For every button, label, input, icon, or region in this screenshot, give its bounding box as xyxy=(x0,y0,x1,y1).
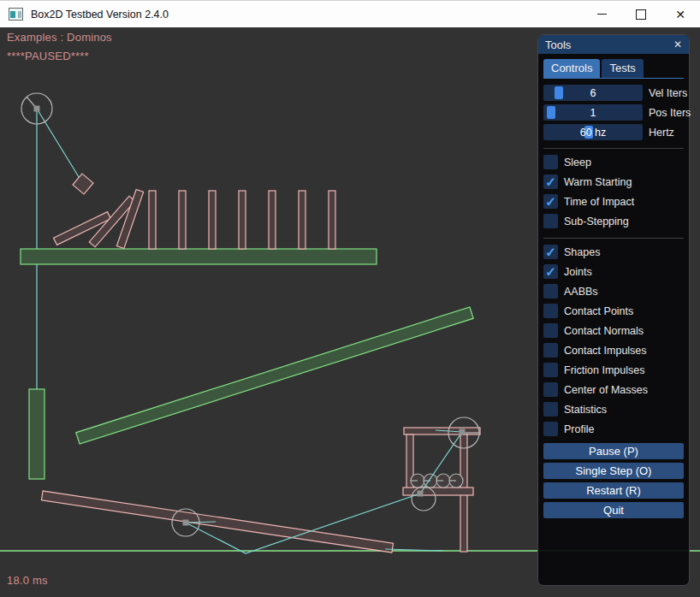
panel-close-icon[interactable]: ✕ xyxy=(673,39,682,50)
checkbox-row-center-of-masses: Center of Masses xyxy=(543,382,684,397)
slider-section: 6Vel Iters1Pos Iters60 hzHertz xyxy=(543,85,684,144)
pause-p-button[interactable]: Pause (P) xyxy=(543,443,684,459)
simulation-area: Examples : Dominos ****PAUSED**** 18.0 m… xyxy=(0,27,700,597)
restart-r-button[interactable]: Restart (R) xyxy=(543,482,684,499)
checkbox-label-statistics: Statistics xyxy=(564,404,607,416)
window-title: Box2D Testbed Version 2.4.0 xyxy=(31,9,169,21)
hertz-slider[interactable]: 60 hz xyxy=(543,124,643,140)
scene-anchor-top xyxy=(460,429,466,435)
checkbox-shapes[interactable]: ✓ xyxy=(543,245,558,259)
maximize-button[interactable] xyxy=(621,1,661,27)
check-icon: ✓ xyxy=(545,175,556,188)
scene-domino-3 xyxy=(209,191,216,249)
scene-anchor-pendulum xyxy=(34,106,40,112)
single-step-o-button[interactable]: Single Step (O) xyxy=(543,463,684,479)
example-label: Examples : Dominos xyxy=(7,31,112,44)
checkbox-row-sleep: Sleep xyxy=(543,155,684,169)
check-icon: ✓ xyxy=(545,265,556,278)
minimize-icon xyxy=(597,14,607,15)
tools-panel-title: Tools xyxy=(545,38,571,51)
checkbox-friction-impulses[interactable] xyxy=(543,363,558,377)
checkbox-row-warm-starting: ✓Warm Starting xyxy=(543,174,684,189)
scene-domino-7 xyxy=(329,191,335,249)
checkbox-contact-impulses[interactable] xyxy=(543,343,558,358)
tab-tests[interactable]: Tests xyxy=(602,59,643,78)
checkbox-label-time-of-impact: Time of Impact xyxy=(564,196,634,208)
hertz-label: Hertz xyxy=(649,127,674,139)
checkbox-label-warm-starting: Warm Starting xyxy=(564,176,632,188)
checkbox-row-shapes: ✓Shapes xyxy=(543,245,684,259)
checkbox-row-statistics: Statistics xyxy=(543,402,684,417)
pos-iters-label: Pos Iters xyxy=(649,107,691,119)
checkbox-warm-starting[interactable]: ✓ xyxy=(543,174,558,189)
checkbox-time-of-impact[interactable]: ✓ xyxy=(543,194,558,209)
vel-iters-label: Vel Iters xyxy=(649,87,687,99)
scene-platform xyxy=(21,249,377,264)
checkbox-row-contact-normals: Contact Normals xyxy=(543,323,684,338)
checkbox-label-friction-impulses: Friction Impulses xyxy=(564,364,644,376)
checkbox-label-sleep: Sleep xyxy=(564,157,591,168)
checkbox-center-of-masses[interactable] xyxy=(543,382,558,397)
checkbox-row-joints: ✓Joints xyxy=(543,264,684,279)
frame-time-label: 18.0 ms xyxy=(7,574,48,587)
pos-iters-slider[interactable]: 1 xyxy=(543,104,643,121)
app-icon xyxy=(9,8,23,21)
checkbox-row-profile: Profile xyxy=(543,422,684,436)
minimize-button[interactable] xyxy=(582,1,621,27)
checkbox-statistics[interactable] xyxy=(543,402,558,417)
scene-domino-5 xyxy=(269,191,276,249)
close-button[interactable]: ✕ xyxy=(661,1,700,27)
checkbox-aabbs[interactable] xyxy=(543,284,558,298)
scene-seesaw-plank xyxy=(41,491,393,553)
checkbox-contact-points[interactable] xyxy=(543,304,558,318)
checkbox-contact-normals[interactable] xyxy=(543,323,558,338)
checkbox-label-sub-stepping: Sub-Stepping xyxy=(564,216,629,228)
quit-button[interactable]: Quit xyxy=(543,502,684,518)
scene-domino-2 xyxy=(179,191,186,249)
scene-domino-1 xyxy=(149,191,156,249)
separator xyxy=(543,238,684,239)
scene-domino-6 xyxy=(299,191,306,249)
checkbox-sub-stepping[interactable] xyxy=(543,214,558,228)
scene-domino-4 xyxy=(239,191,246,249)
checkbox-row-contact-points: Contact Points xyxy=(543,304,684,318)
tab-controls[interactable]: Controls xyxy=(543,59,600,78)
checkbox-row-aabbs: AABBs xyxy=(543,284,684,298)
checkbox-profile[interactable] xyxy=(543,422,558,436)
scene-pendulum-bob xyxy=(73,174,93,194)
checkbox-sleep[interactable] xyxy=(543,155,558,169)
button-section: Pause (P)Single Step (O)Restart (R)Quit xyxy=(543,443,684,522)
scene-anchor-frame xyxy=(418,491,424,497)
checkbox-group-solver: Sleep✓Warm Starting✓Time of ImpactSub-St… xyxy=(543,155,684,233)
maximize-icon xyxy=(636,9,646,20)
checkbox-label-contact-impulses: Contact Impulses xyxy=(564,345,647,357)
checkbox-label-joints: Joints xyxy=(564,266,592,278)
paused-label: ****PAUSED**** xyxy=(7,50,89,62)
tools-panel-titlebar[interactable]: Tools ✕ xyxy=(538,35,689,54)
tools-panel: Tools ✕ ControlsTests 6Vel Iters1Pos Ite… xyxy=(537,34,690,586)
checkbox-row-contact-impulses: Contact Impulses xyxy=(543,343,684,358)
checkbox-row-friction-impulses: Friction Impulses xyxy=(543,363,684,377)
close-icon: ✕ xyxy=(675,9,685,21)
scene-vertical-plank xyxy=(29,389,44,479)
hertz-value: 60 hz xyxy=(543,124,643,140)
scene-anchor-plank xyxy=(183,520,189,526)
checkbox-label-contact-normals: Contact Normals xyxy=(564,325,644,337)
vel-iters-row: 6Vel Iters xyxy=(543,85,684,101)
check-icon: ✓ xyxy=(545,195,556,208)
tab-bar: ControlsTests xyxy=(543,58,684,79)
checkbox-label-shapes: Shapes xyxy=(564,246,600,258)
vel-iters-value: 6 xyxy=(543,85,643,101)
separator xyxy=(543,148,684,149)
pos-iters-value: 1 xyxy=(543,104,643,121)
checkbox-group-draw: ✓Shapes✓JointsAABBsContact PointsContact… xyxy=(543,245,684,441)
hertz-row: 60 hzHertz xyxy=(543,124,684,140)
check-icon: ✓ xyxy=(545,245,556,258)
checkbox-joints[interactable]: ✓ xyxy=(543,264,558,279)
titlebar: Box2D Testbed Version 2.4.0 ✕ xyxy=(0,0,700,27)
checkbox-row-time-of-impact: ✓Time of Impact xyxy=(543,194,684,209)
vel-iters-slider[interactable]: 6 xyxy=(543,85,643,101)
window-controls: ✕ xyxy=(582,1,700,27)
tools-panel-body: ControlsTests 6Vel Iters1Pos Iters60 hzH… xyxy=(538,54,689,585)
checkbox-label-contact-points: Contact Points xyxy=(564,305,633,317)
